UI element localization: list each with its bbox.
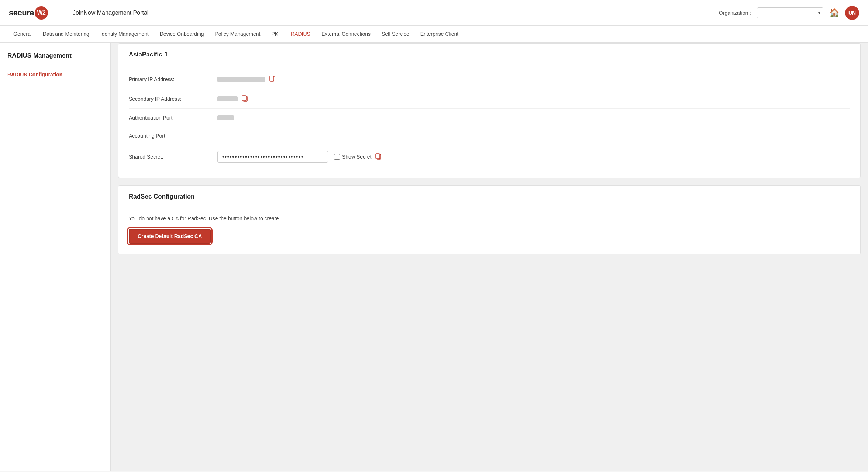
logo-badge: W2 bbox=[35, 6, 48, 20]
nav-item-policy-management[interactable]: Policy Management bbox=[211, 26, 265, 43]
nav-item-pki[interactable]: PKI bbox=[267, 26, 284, 43]
nav-item-data-monitoring[interactable]: Data and Monitoring bbox=[38, 26, 94, 43]
auth-port-masked bbox=[217, 115, 234, 120]
shared-secret-row: Shared Secret: Show Secret bbox=[129, 145, 850, 169]
nav-item-radius[interactable]: RADIUS bbox=[286, 26, 315, 43]
portal-title: JoinNow Management Portal bbox=[73, 10, 148, 16]
nav-item-device-onboarding[interactable]: Device Onboarding bbox=[155, 26, 209, 43]
nav-bar: General Data and Monitoring Identity Man… bbox=[0, 26, 868, 43]
nav-item-self-service[interactable]: Self Service bbox=[377, 26, 414, 43]
svg-rect-3 bbox=[242, 96, 246, 101]
nav-item-external-connections[interactable]: External Connections bbox=[317, 26, 375, 43]
nav-item-general[interactable]: General bbox=[9, 26, 36, 43]
asiapacific-header: AsiaPacific-1 bbox=[118, 44, 860, 66]
auth-port-row: Authentication Port: bbox=[129, 109, 850, 127]
primary-ip-row: Primary IP Address: bbox=[129, 70, 850, 89]
auth-port-value bbox=[217, 115, 850, 120]
secondary-ip-row: Secondary IP Address: bbox=[129, 89, 850, 109]
content-area: AsiaPacific-1 Primary IP Address: bbox=[111, 43, 868, 471]
nav-item-enterprise-client[interactable]: Enterprise Client bbox=[416, 26, 463, 43]
svg-rect-5 bbox=[376, 154, 380, 159]
sidebar-title: RADIUS Management bbox=[7, 52, 103, 59]
user-avatar[interactable]: UN bbox=[845, 6, 859, 20]
svg-rect-1 bbox=[270, 76, 274, 81]
accounting-port-label: Accounting Port: bbox=[129, 133, 217, 139]
logo: secure W2 bbox=[9, 6, 49, 20]
radsec-header: RadSec Configuration bbox=[118, 186, 860, 208]
secondary-ip-value bbox=[217, 95, 850, 103]
org-label: Organization : bbox=[719, 10, 751, 16]
show-secret-checkbox[interactable] bbox=[334, 154, 340, 160]
primary-ip-clipboard-icon[interactable] bbox=[269, 76, 276, 83]
main-layout: RADIUS Management RADIUS Configuration A… bbox=[0, 43, 868, 471]
accounting-port-row: Accounting Port: bbox=[129, 127, 850, 145]
sidebar-divider bbox=[7, 64, 103, 64]
shared-secret-clipboard-icon[interactable] bbox=[375, 153, 382, 161]
show-secret-label[interactable]: Show Secret bbox=[334, 154, 371, 160]
secondary-ip-clipboard-icon[interactable] bbox=[241, 95, 248, 103]
logo-text-before: secure bbox=[9, 8, 34, 18]
org-select[interactable] bbox=[757, 7, 823, 18]
header: secure W2 JoinNow Management Portal Orga… bbox=[0, 0, 868, 26]
logo-divider bbox=[61, 6, 61, 20]
radsec-title: RadSec Configuration bbox=[129, 193, 195, 200]
asiapacific-title: AsiaPacific-1 bbox=[129, 51, 168, 58]
create-radsec-ca-button[interactable]: Create Default RadSec CA bbox=[129, 229, 211, 244]
secondary-ip-masked bbox=[217, 96, 238, 101]
primary-ip-value bbox=[217, 76, 850, 83]
show-secret-text: Show Secret bbox=[342, 154, 371, 160]
primary-ip-masked bbox=[217, 77, 265, 82]
nav-item-identity-management[interactable]: Identity Management bbox=[96, 26, 153, 43]
header-right: Organization : 🏠 UN bbox=[719, 6, 859, 20]
radsec-section: RadSec Configuration You do not have a C… bbox=[118, 185, 861, 254]
asiapacific-body: Primary IP Address: Secondary IP Addr bbox=[118, 66, 860, 178]
radsec-message: You do not have a CA for RadSec. Use the… bbox=[129, 216, 850, 221]
logo-area: secure W2 JoinNow Management Portal bbox=[9, 6, 148, 20]
sidebar-link-radius-config[interactable]: RADIUS Configuration bbox=[7, 70, 103, 79]
secondary-ip-label: Secondary IP Address: bbox=[129, 96, 217, 102]
radsec-body: You do not have a CA for RadSec. Use the… bbox=[118, 208, 860, 254]
home-button[interactable]: 🏠 bbox=[829, 8, 839, 18]
auth-port-label: Authentication Port: bbox=[129, 115, 217, 121]
asiapacific-section: AsiaPacific-1 Primary IP Address: bbox=[118, 43, 861, 178]
sidebar: RADIUS Management RADIUS Configuration bbox=[0, 43, 111, 471]
primary-ip-label: Primary IP Address: bbox=[129, 76, 217, 82]
shared-secret-value: Show Secret bbox=[217, 151, 850, 163]
org-select-wrapper bbox=[757, 7, 823, 18]
shared-secret-input[interactable] bbox=[217, 151, 328, 163]
shared-secret-label: Shared Secret: bbox=[129, 154, 217, 160]
